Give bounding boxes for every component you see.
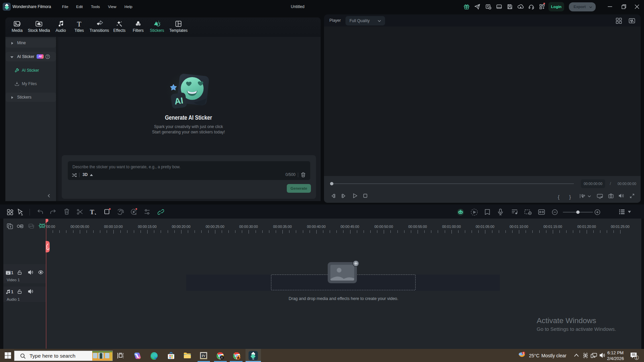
svg-text:IV: IV: [202, 354, 206, 358]
svg-text:1: 1: [636, 356, 638, 360]
svg-text:1: 1: [523, 352, 525, 355]
svg-text:AI: AI: [135, 213, 137, 215]
svg-text:T: T: [90, 209, 94, 215]
svg-text:AI: AI: [174, 95, 184, 106]
svg-text:T: T: [77, 20, 82, 28]
